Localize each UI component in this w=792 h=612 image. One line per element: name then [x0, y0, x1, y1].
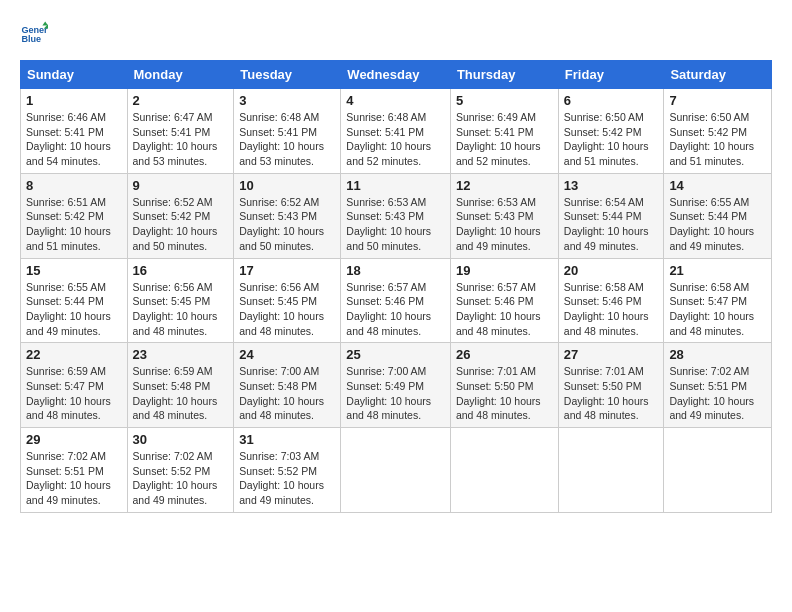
day-info: Sunrise: 7:01 AMSunset: 5:50 PMDaylight:…	[564, 364, 659, 423]
calendar-cell: 29Sunrise: 7:02 AMSunset: 5:51 PMDayligh…	[21, 428, 128, 513]
day-number: 15	[26, 263, 122, 278]
calendar-cell: 4Sunrise: 6:48 AMSunset: 5:41 PMDaylight…	[341, 89, 451, 174]
day-number: 1	[26, 93, 122, 108]
day-info: Sunrise: 6:57 AMSunset: 5:46 PMDaylight:…	[346, 280, 445, 339]
calendar-cell: 31Sunrise: 7:03 AMSunset: 5:52 PMDayligh…	[234, 428, 341, 513]
day-info: Sunrise: 6:55 AMSunset: 5:44 PMDaylight:…	[26, 280, 122, 339]
calendar-cell: 28Sunrise: 7:02 AMSunset: 5:51 PMDayligh…	[664, 343, 772, 428]
day-info: Sunrise: 6:46 AMSunset: 5:41 PMDaylight:…	[26, 110, 122, 169]
calendar-cell: 27Sunrise: 7:01 AMSunset: 5:50 PMDayligh…	[558, 343, 664, 428]
calendar-cell: 26Sunrise: 7:01 AMSunset: 5:50 PMDayligh…	[450, 343, 558, 428]
day-number: 20	[564, 263, 659, 278]
calendar-cell	[341, 428, 451, 513]
day-number: 27	[564, 347, 659, 362]
day-info: Sunrise: 7:00 AMSunset: 5:48 PMDaylight:…	[239, 364, 335, 423]
day-info: Sunrise: 6:48 AMSunset: 5:41 PMDaylight:…	[239, 110, 335, 169]
calendar-week-row: 29Sunrise: 7:02 AMSunset: 5:51 PMDayligh…	[21, 428, 772, 513]
day-number: 6	[564, 93, 659, 108]
calendar-cell: 16Sunrise: 6:56 AMSunset: 5:45 PMDayligh…	[127, 258, 234, 343]
day-info: Sunrise: 6:53 AMSunset: 5:43 PMDaylight:…	[456, 195, 553, 254]
calendar-cell	[558, 428, 664, 513]
day-number: 10	[239, 178, 335, 193]
calendar-cell: 23Sunrise: 6:59 AMSunset: 5:48 PMDayligh…	[127, 343, 234, 428]
calendar-cell: 24Sunrise: 7:00 AMSunset: 5:48 PMDayligh…	[234, 343, 341, 428]
day-info: Sunrise: 7:02 AMSunset: 5:52 PMDaylight:…	[133, 449, 229, 508]
calendar-cell: 21Sunrise: 6:58 AMSunset: 5:47 PMDayligh…	[664, 258, 772, 343]
calendar-cell: 2Sunrise: 6:47 AMSunset: 5:41 PMDaylight…	[127, 89, 234, 174]
day-number: 19	[456, 263, 553, 278]
day-info: Sunrise: 7:02 AMSunset: 5:51 PMDaylight:…	[669, 364, 766, 423]
day-number: 14	[669, 178, 766, 193]
day-info: Sunrise: 6:51 AMSunset: 5:42 PMDaylight:…	[26, 195, 122, 254]
day-info: Sunrise: 7:00 AMSunset: 5:49 PMDaylight:…	[346, 364, 445, 423]
calendar-cell: 19Sunrise: 6:57 AMSunset: 5:46 PMDayligh…	[450, 258, 558, 343]
day-info: Sunrise: 6:50 AMSunset: 5:42 PMDaylight:…	[564, 110, 659, 169]
day-info: Sunrise: 6:49 AMSunset: 5:41 PMDaylight:…	[456, 110, 553, 169]
weekday-header-monday: Monday	[127, 61, 234, 89]
day-number: 31	[239, 432, 335, 447]
day-info: Sunrise: 6:50 AMSunset: 5:42 PMDaylight:…	[669, 110, 766, 169]
day-number: 7	[669, 93, 766, 108]
day-number: 13	[564, 178, 659, 193]
day-info: Sunrise: 6:59 AMSunset: 5:48 PMDaylight:…	[133, 364, 229, 423]
day-info: Sunrise: 6:58 AMSunset: 5:47 PMDaylight:…	[669, 280, 766, 339]
day-info: Sunrise: 6:54 AMSunset: 5:44 PMDaylight:…	[564, 195, 659, 254]
day-info: Sunrise: 6:52 AMSunset: 5:43 PMDaylight:…	[239, 195, 335, 254]
day-info: Sunrise: 6:58 AMSunset: 5:46 PMDaylight:…	[564, 280, 659, 339]
day-number: 2	[133, 93, 229, 108]
calendar-header-row: SundayMondayTuesdayWednesdayThursdayFrid…	[21, 61, 772, 89]
calendar-cell	[450, 428, 558, 513]
svg-text:General: General	[21, 25, 48, 35]
day-number: 22	[26, 347, 122, 362]
calendar-cell: 13Sunrise: 6:54 AMSunset: 5:44 PMDayligh…	[558, 173, 664, 258]
day-number: 18	[346, 263, 445, 278]
day-info: Sunrise: 6:47 AMSunset: 5:41 PMDaylight:…	[133, 110, 229, 169]
calendar-cell: 9Sunrise: 6:52 AMSunset: 5:42 PMDaylight…	[127, 173, 234, 258]
day-number: 16	[133, 263, 229, 278]
svg-text:Blue: Blue	[21, 34, 41, 44]
day-number: 21	[669, 263, 766, 278]
calendar-cell: 10Sunrise: 6:52 AMSunset: 5:43 PMDayligh…	[234, 173, 341, 258]
day-number: 29	[26, 432, 122, 447]
day-info: Sunrise: 6:55 AMSunset: 5:44 PMDaylight:…	[669, 195, 766, 254]
day-number: 24	[239, 347, 335, 362]
day-info: Sunrise: 6:52 AMSunset: 5:42 PMDaylight:…	[133, 195, 229, 254]
calendar-table: SundayMondayTuesdayWednesdayThursdayFrid…	[20, 60, 772, 513]
logo-icon: General Blue	[20, 20, 48, 48]
weekday-header-wednesday: Wednesday	[341, 61, 451, 89]
day-info: Sunrise: 7:01 AMSunset: 5:50 PMDaylight:…	[456, 364, 553, 423]
day-number: 23	[133, 347, 229, 362]
day-info: Sunrise: 6:56 AMSunset: 5:45 PMDaylight:…	[239, 280, 335, 339]
logo: General Blue	[20, 20, 52, 48]
day-info: Sunrise: 6:56 AMSunset: 5:45 PMDaylight:…	[133, 280, 229, 339]
weekday-header-saturday: Saturday	[664, 61, 772, 89]
calendar-cell: 1Sunrise: 6:46 AMSunset: 5:41 PMDaylight…	[21, 89, 128, 174]
calendar-cell	[664, 428, 772, 513]
calendar-cell: 3Sunrise: 6:48 AMSunset: 5:41 PMDaylight…	[234, 89, 341, 174]
weekday-header-tuesday: Tuesday	[234, 61, 341, 89]
day-info: Sunrise: 6:53 AMSunset: 5:43 PMDaylight:…	[346, 195, 445, 254]
day-number: 4	[346, 93, 445, 108]
day-number: 5	[456, 93, 553, 108]
calendar-week-row: 15Sunrise: 6:55 AMSunset: 5:44 PMDayligh…	[21, 258, 772, 343]
calendar-cell: 22Sunrise: 6:59 AMSunset: 5:47 PMDayligh…	[21, 343, 128, 428]
day-number: 11	[346, 178, 445, 193]
calendar-cell: 12Sunrise: 6:53 AMSunset: 5:43 PMDayligh…	[450, 173, 558, 258]
day-number: 25	[346, 347, 445, 362]
calendar-cell: 5Sunrise: 6:49 AMSunset: 5:41 PMDaylight…	[450, 89, 558, 174]
calendar-cell: 7Sunrise: 6:50 AMSunset: 5:42 PMDaylight…	[664, 89, 772, 174]
day-info: Sunrise: 6:59 AMSunset: 5:47 PMDaylight:…	[26, 364, 122, 423]
calendar-cell: 20Sunrise: 6:58 AMSunset: 5:46 PMDayligh…	[558, 258, 664, 343]
weekday-header-friday: Friday	[558, 61, 664, 89]
day-info: Sunrise: 6:48 AMSunset: 5:41 PMDaylight:…	[346, 110, 445, 169]
calendar-week-row: 1Sunrise: 6:46 AMSunset: 5:41 PMDaylight…	[21, 89, 772, 174]
weekday-header-sunday: Sunday	[21, 61, 128, 89]
day-number: 26	[456, 347, 553, 362]
day-number: 12	[456, 178, 553, 193]
weekday-header-thursday: Thursday	[450, 61, 558, 89]
day-number: 28	[669, 347, 766, 362]
calendar-week-row: 22Sunrise: 6:59 AMSunset: 5:47 PMDayligh…	[21, 343, 772, 428]
calendar-cell: 8Sunrise: 6:51 AMSunset: 5:42 PMDaylight…	[21, 173, 128, 258]
day-number: 9	[133, 178, 229, 193]
calendar-cell: 15Sunrise: 6:55 AMSunset: 5:44 PMDayligh…	[21, 258, 128, 343]
